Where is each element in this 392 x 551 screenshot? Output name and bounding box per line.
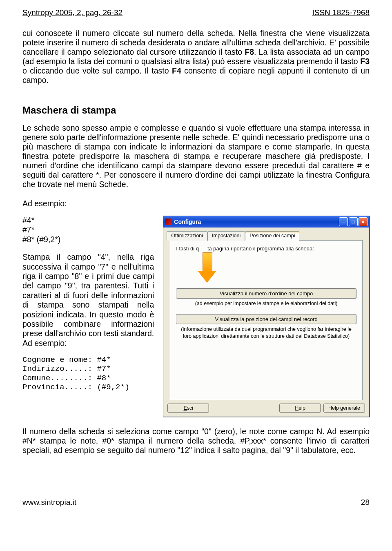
close-icon[interactable]: × [359,217,368,226]
paragraph-3: Il numero della scheda si seleziona come… [22,427,370,455]
example-codes: #4* #7* #8* (#9,2*) [22,216,154,244]
dialog-tabs: Ottimizzazioni Impostazioni Posizione de… [167,231,366,240]
left-paragraph: Stampa il campo "4", nella riga successi… [22,252,154,348]
maximize-icon[interactable]: □ [349,217,358,226]
tab-impostazioni[interactable]: Impostazioni [207,231,245,241]
dialog-titlebar: Configura – □ × [163,216,369,228]
panel-message: I tasti di questa pagina riportano il pr… [176,245,356,252]
paragraph-1: cui conoscete il numero cliccate sul num… [22,29,370,85]
esci-button[interactable]: Esci [167,404,209,413]
caption-1: (ad esempio per impostare le stampe e le… [176,300,356,307]
dialog-title: Configura [174,219,336,225]
app-icon [165,219,172,225]
mono-example: Cognome e nome: #4* Indirizzo.....: #7* … [22,355,154,392]
caption-2: (informazione utilizzata da quei program… [176,326,356,339]
minimize-icon[interactable]: – [339,217,348,226]
header-left: Syntropy 2005, 2, pag. 26-32 [22,8,122,17]
header-right: ISSN 1825-7968 [312,8,370,17]
button-posizione-record[interactable]: Visualizza la posizione dei campi nei re… [176,314,356,324]
tab-posizione[interactable]: Posizione dei campi [245,231,299,241]
footer-url: www.sintropia.it [22,498,76,507]
paragraph-2: Le schede sono spesso ampie e complesse … [22,123,370,189]
page-number: 28 [361,498,370,507]
annotation-arrow [176,255,356,287]
tab-ottimizzazioni[interactable]: Ottimizzazioni [167,231,207,241]
configura-dialog: Configura – □ × Ottimizzazioni Impostazi… [163,216,370,417]
help-generale-button[interactable]: Help generale [323,404,365,413]
help-button[interactable]: Help [279,404,321,413]
footer-rule [22,496,370,496]
tab-panel: I tasti di questa pagina riportano il pr… [170,240,363,400]
section-heading: Maschera di stampa [22,105,370,116]
button-numero-ordine[interactable]: Visualizza il numero d'ordine del campo [176,288,356,299]
example-label: Ad esempio: [22,199,370,208]
